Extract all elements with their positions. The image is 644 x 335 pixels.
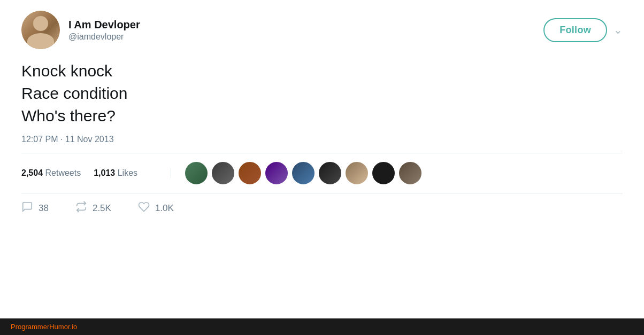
reply-icon xyxy=(21,201,33,216)
retweet-count: 2.5K xyxy=(93,203,111,214)
tweet-header-right: Follow ⌄ xyxy=(543,18,623,42)
retweet-icon xyxy=(75,201,87,216)
liker-avatar[interactable] xyxy=(398,161,423,185)
stats-row: 2,504 Retweets 1,013 Likes xyxy=(21,153,623,193)
footer-brand: ProgrammerHumor.io xyxy=(11,323,77,331)
tweet-header: I Am Devloper @iamdevloper Follow ⌄ xyxy=(21,11,623,49)
tweet-timestamp: 12:07 PM · 11 Nov 2013 xyxy=(21,135,623,144)
tweet-card: I Am Devloper @iamdevloper Follow ⌄ Knoc… xyxy=(0,0,644,321)
retweets-label: Retweets xyxy=(45,168,81,177)
likers-avatars xyxy=(171,161,423,185)
liker-avatar[interactable] xyxy=(318,161,342,185)
likes-count: 1,013 xyxy=(94,168,115,177)
retweets-stat[interactable]: 2,504 Retweets xyxy=(21,168,81,178)
footer-bar: ProgrammerHumor.io xyxy=(0,318,644,335)
likes-stat[interactable]: 1,013 Likes xyxy=(94,168,137,178)
user-info: I Am Devloper @iamdevloper xyxy=(68,18,140,43)
like-count: 1.0K xyxy=(155,203,174,214)
user-handle[interactable]: @iamdevloper xyxy=(68,32,140,43)
user-name[interactable]: I Am Devloper xyxy=(68,18,140,32)
tweet-text: Knock knock Race condition Who's there? xyxy=(21,60,623,127)
likes-label: Likes xyxy=(118,168,137,177)
tweet-header-left: I Am Devloper @iamdevloper xyxy=(21,11,140,49)
like-action[interactable]: 1.0K xyxy=(138,201,174,216)
tweet-body: Knock knock Race condition Who's there? … xyxy=(21,60,623,144)
heart-icon xyxy=(138,201,150,216)
stats-left: 2,504 Retweets 1,013 Likes xyxy=(21,168,171,178)
liker-avatar[interactable] xyxy=(184,161,209,185)
chevron-down-icon[interactable]: ⌄ xyxy=(614,24,623,36)
retweet-action[interactable]: 2.5K xyxy=(75,201,111,216)
avatar[interactable] xyxy=(21,11,60,49)
follow-button[interactable]: Follow xyxy=(543,18,607,42)
reply-count: 38 xyxy=(39,203,49,214)
tweet-line-3: Who's there? xyxy=(21,107,116,124)
retweets-count: 2,504 xyxy=(21,168,43,177)
action-row: 38 2.5K 1.0K xyxy=(21,193,623,223)
liker-avatar[interactable] xyxy=(371,161,396,185)
tweet-line-2: Race condition xyxy=(21,84,127,102)
liker-avatar[interactable] xyxy=(211,161,235,185)
liker-avatar[interactable] xyxy=(237,161,262,185)
liker-avatar[interactable] xyxy=(291,161,316,185)
tweet-line-1: Knock knock xyxy=(21,62,112,80)
liker-avatar[interactable] xyxy=(344,161,369,185)
liker-avatar[interactable] xyxy=(264,161,289,185)
reply-action[interactable]: 38 xyxy=(21,201,49,216)
